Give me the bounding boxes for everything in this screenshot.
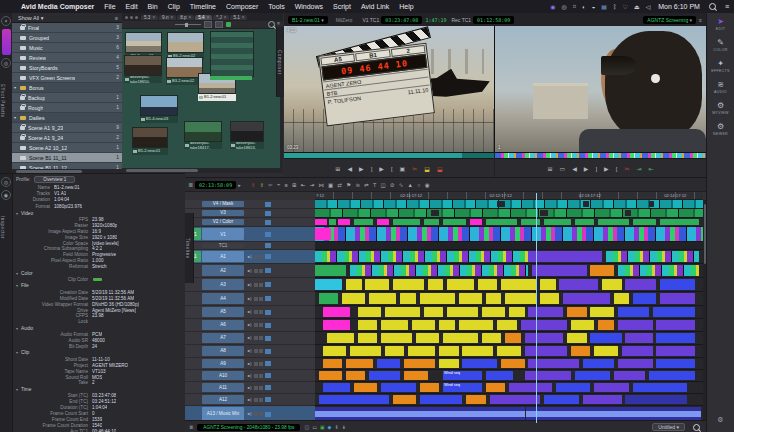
- statusbar-icon[interactable]: ◫: [304, 424, 309, 430]
- track-select-button[interactable]: V2 / Color: [202, 219, 244, 226]
- track-header[interactable]: TC1: [185, 242, 315, 250]
- speaker-icon[interactable]: ◄): [245, 412, 253, 416]
- track-monitor-button[interactable]: [265, 323, 271, 328]
- track-select-button[interactable]: A4: [202, 293, 244, 304]
- timeline-clip[interactable]: [424, 307, 443, 317]
- speaker-icon[interactable]: ◄): [245, 386, 253, 390]
- tab-close-icon[interactable]: ×: [242, 15, 245, 20]
- timeline-clip[interactable]: [575, 219, 594, 225]
- sequence-menu[interactable]: AGNTZ Screening ▾: [643, 16, 696, 24]
- timeline-clip[interactable]: [482, 333, 501, 343]
- timeline-clip[interactable]: [598, 219, 629, 225]
- timeline-clip[interactable]: [559, 279, 598, 290]
- timeline-tool-button[interactable]: ⇧: [259, 182, 264, 188]
- timeline-clip[interactable]: [486, 371, 513, 380]
- track-monitor-button[interactable]: [265, 268, 271, 273]
- track-monitor-button[interactable]: [265, 232, 271, 237]
- timeline-lanes[interactable]: Wind seqWind seq: [315, 200, 703, 423]
- timeline-clip[interactable]: [540, 279, 556, 290]
- track-monitor-button[interactable]: [265, 412, 271, 417]
- track-monitor-button[interactable]: [265, 211, 271, 216]
- timeline-clip[interactable]: [618, 307, 649, 317]
- speaker-icon[interactable]: ◄): [245, 283, 253, 287]
- timeline-ruler[interactable]: 7:1202:11:17:1202:12:17:1202:13:17:1202:…: [315, 192, 703, 200]
- timeline-clip[interactable]: [315, 265, 346, 276]
- timeline-clip[interactable]: [358, 307, 381, 317]
- statusbar-search-icon[interactable]: [693, 424, 700, 431]
- clip-thumbnail[interactable]: delivery60-take18417-: [184, 121, 222, 149]
- timeline-clip[interactable]: [505, 293, 536, 304]
- timeline-clip[interactable]: [315, 279, 342, 290]
- workspace-button[interactable]: ≋ AUDIO: [714, 80, 727, 94]
- timeline-clip[interactable]: [567, 307, 586, 317]
- timeline-clip[interactable]: [338, 219, 350, 225]
- profile-dropdown[interactable]: Overview 1: [34, 176, 75, 183]
- timeline-clip[interactable]: [649, 201, 655, 207]
- menu-status-icon[interactable]: ▤: [598, 3, 610, 10]
- bin-tab[interactable]: 9.n×: [159, 15, 176, 20]
- timeline-tool-button[interactable]: ◫: [381, 182, 386, 188]
- timeline-clip[interactable]: [525, 333, 564, 343]
- timeline-clip[interactable]: [633, 383, 687, 392]
- timeline-clip[interactable]: [377, 219, 389, 225]
- timeline-clip[interactable]: [625, 210, 631, 216]
- timeline-clip[interactable]: [490, 395, 540, 404]
- settings-gear-icon[interactable]: ⚙: [717, 416, 723, 424]
- timeline-clip[interactable]: [571, 346, 590, 356]
- track-select-button[interactable]: V1: [202, 228, 244, 239]
- timeline-clip[interactable]: [350, 265, 528, 276]
- menu-item[interactable]: Timeline: [185, 3, 221, 10]
- tab-close-icon[interactable]: ×: [224, 15, 227, 20]
- menu-status-icon[interactable]: ◁: [643, 3, 654, 10]
- timeline-clip[interactable]: [466, 395, 485, 404]
- timeline-clip[interactable]: [633, 219, 656, 225]
- track-monitor-button[interactable]: [265, 397, 271, 402]
- menubar-clock[interactable]: Mon 6:10 PM: [653, 3, 705, 10]
- timeline-track-lane[interactable]: [315, 242, 703, 250]
- timeline-clip[interactable]: [478, 279, 497, 290]
- timeline-clip[interactable]: [525, 371, 572, 380]
- timeline-clip[interactable]: [614, 371, 645, 380]
- clip-thumbnail[interactable]: B6-2.new.02: [167, 32, 204, 60]
- timeline-track-lane[interactable]: [315, 332, 703, 345]
- track-header[interactable]: A3◄): [185, 278, 315, 292]
- section-header[interactable]: ▾Audio: [12, 325, 185, 332]
- track-select-button[interactable]: V3: [202, 210, 244, 217]
- timeline-clip[interactable]: [393, 279, 424, 290]
- timeline-fast-menu-icon[interactable]: ≣: [188, 181, 193, 188]
- transport-button[interactable]: ✂: [412, 165, 417, 172]
- track-header[interactable]: V4 / Mask: [185, 200, 315, 209]
- track-header[interactable]: A7◄): [185, 332, 315, 345]
- timeline-clip[interactable]: [528, 307, 563, 317]
- timeline-clip[interactable]: [622, 346, 653, 356]
- transport-button[interactable]: [: [391, 166, 393, 172]
- timeline-clip[interactable]: [625, 333, 652, 343]
- timeline-clip[interactable]: [614, 293, 630, 304]
- section-header[interactable]: ▾Time: [12, 386, 185, 393]
- track-header[interactable]: V1V1: [185, 227, 315, 242]
- menu-status-icon[interactable]: ♡: [620, 3, 631, 10]
- bin-tab[interactable]: 5.3×: [141, 15, 158, 20]
- timeline-clip[interactable]: [315, 228, 331, 240]
- timeline-tool-button[interactable]: ⇄: [337, 182, 342, 188]
- timeline-clip[interactable]: [439, 359, 458, 368]
- transport-button[interactable]: ⬓: [424, 165, 430, 172]
- bin-list-item[interactable]: Backup 1: [12, 93, 122, 103]
- menu-item[interactable]: Composer: [221, 3, 263, 10]
- timeline-clip[interactable]: [525, 346, 568, 356]
- bin-filter-dropdown[interactable]: Show All ▾: [12, 15, 115, 21]
- menu-item[interactable]: Tools: [263, 3, 289, 10]
- speaker-icon[interactable]: ◄): [245, 374, 253, 378]
- timeline-timecode-entry[interactable]: 02:13:58:09: [195, 181, 236, 189]
- statusbar-menu-icon[interactable]: ≣: [189, 424, 193, 430]
- timeline-clip[interactable]: [583, 201, 589, 207]
- timeline-clip[interactable]: [653, 307, 696, 317]
- statusbar-icon[interactable]: ◆: [328, 424, 332, 430]
- timeline-tool-button[interactable]: ○: [417, 182, 420, 188]
- transport-button[interactable]: ▶: [379, 165, 384, 172]
- bin-tab[interactable]: 5.1×: [230, 15, 247, 20]
- source-clip-menu[interactable]: B1-2.new.01 ▾: [288, 16, 328, 24]
- bin-list-item[interactable]: Scene A1 9_24 2: [12, 133, 122, 143]
- timeline-clip[interactable]: [400, 293, 416, 304]
- timeline-clip[interactable]: [656, 320, 695, 330]
